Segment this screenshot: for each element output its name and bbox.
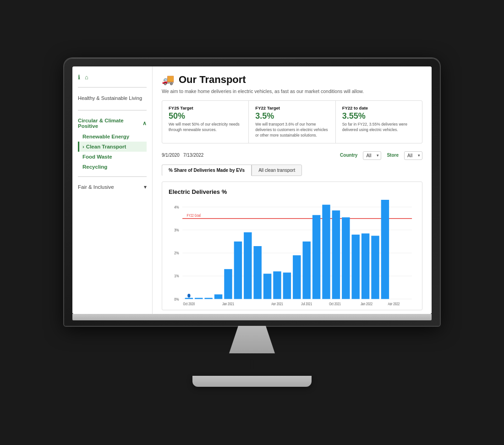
monitor-wrapper: ℹ ⌂ Healthy & Sustainable Living Circula… [64,58,440,387]
kpi-fy22-target-desc: We will transport 3.6% of our home deliv… [255,122,329,138]
kpi-fy22-target: FY22 Target 3.5% We will transport 3.6% … [249,101,335,143]
svg-text:0%: 0% [174,296,179,301]
sidebar-section-healthy[interactable]: Healthy & Sustainable Living [78,92,147,105]
sidebar-top-icons: ℹ ⌂ [78,74,147,81]
page-header: 🚚 Our Transport [162,74,422,86]
info-icon[interactable]: ℹ [78,74,80,81]
country-select[interactable]: All [363,151,381,160]
svg-rect-18 [244,232,252,299]
sidebar-item-food-waste[interactable]: Food Waste [78,152,147,162]
transport-icon: 🚚 [162,74,174,86]
svg-text:1%: 1% [174,273,179,278]
divider-3 [78,176,147,177]
tabs-row: % Share of Deliveries Made by EVs All cl… [162,165,422,176]
svg-rect-30 [362,233,369,299]
kpi-fy22-date-desc: So far in FY22, 3.55% deliveries were de… [342,122,416,133]
svg-text:3%: 3% [174,227,179,232]
svg-rect-16 [224,269,232,299]
sidebar-section-circular[interactable]: Circular & Climate Positive ∧ [78,115,147,132]
svg-rect-19 [253,246,261,299]
country-label: Country [340,153,357,158]
sidebar: ℹ ⌂ Healthy & Sustainable Living Circula… [72,66,153,314]
chart-title: Electric Deliveries % [169,188,416,195]
svg-text:Jul 2021: Jul 2021 [301,302,312,305]
svg-rect-32 [381,200,389,299]
country-select-wrapper: All [363,151,381,160]
kpi-fy22-date: FY22 to date 3.55% So far in FY22, 3.55%… [336,101,422,143]
stand-neck [229,326,275,353]
store-select[interactable]: All [404,151,422,160]
home-icon[interactable]: ⌂ [85,74,88,81]
divider-2 [78,110,147,110]
svg-text:4%: 4% [174,204,179,209]
svg-rect-31 [371,236,379,299]
monitor-chin [72,314,432,320]
divider-1 [78,87,147,88]
chart-svg: 0% 1% 2% 3% 4% [169,200,416,305]
kpi-fy25-label: FY25 Target [169,105,242,110]
svg-rect-14 [204,298,212,299]
svg-rect-17 [234,242,242,299]
chart-container: Electric Deliveries % 0% 1% 2% 3% 4% [162,181,422,310]
svg-rect-26 [322,204,330,299]
filters-row: 9/1/2020 7/13/2022 Country All Store [162,151,422,160]
svg-text:Jan 2021: Jan 2021 [222,302,234,305]
svg-rect-25 [312,215,320,299]
svg-text:Jan 2022: Jan 2022 [361,302,373,305]
store-select-wrapper: All [404,151,422,160]
filter-group: Country All Store All [340,151,422,160]
sidebar-fair-inclusive: Fair & Inclusive ▾ [78,181,147,192]
sidebar-item-fair[interactable]: Fair & Inclusive ▾ [78,181,147,192]
svg-rect-13 [195,298,203,299]
svg-text:Apr 2022: Apr 2022 [388,302,400,305]
sidebar-item-renewable[interactable]: Renewable Energy [78,132,147,142]
svg-text:Oct 2021: Oct 2021 [329,302,341,305]
page-title: Our Transport [179,74,246,86]
kpi-fy22-date-label: FY22 to date [342,105,416,110]
sidebar-item-recycling[interactable]: Recycling [78,162,147,172]
tab-clean-transport[interactable]: All clean transport [252,165,302,176]
store-label: Store [387,153,399,158]
svg-rect-15 [214,294,222,299]
svg-rect-23 [293,255,301,299]
svg-rect-29 [351,235,359,299]
kpi-fy25: FY25 Target 50% We will meet 50% of our … [162,101,249,143]
svg-rect-27 [332,210,340,299]
date-end[interactable]: 7/13/2022 [183,153,204,158]
main-content: 🚚 Our Transport We aim to make home deli… [153,66,432,314]
svg-text:Apr 2021: Apr 2021 [271,302,283,305]
chart-area: 0% 1% 2% 3% 4% [169,200,416,305]
stand-base [192,376,312,387]
svg-rect-28 [342,217,350,299]
kpi-fy22-target-label: FY22 Target [255,105,329,110]
svg-rect-21 [273,271,281,299]
tab-ev-share[interactable]: % Share of Deliveries Made by EVs [162,165,252,176]
apple-logo:  [249,356,255,373]
date-start[interactable]: 9/1/2020 [162,153,180,158]
screen: ℹ ⌂ Healthy & Sustainable Living Circula… [72,66,432,314]
svg-text:2%: 2% [174,250,179,255]
svg-rect-20 [263,274,271,299]
svg-rect-24 [302,242,310,299]
kpi-fy25-desc: We will meet 50% of our electricity need… [169,122,242,133]
svg-point-33 [187,294,190,297]
kpi-fy25-value: 50% [169,111,242,121]
page-subtitle: We aim to make home deliveries in electr… [162,88,422,94]
sidebar-item-clean-transport[interactable]: › Clean Transport [78,142,147,152]
svg-rect-12 [185,298,193,299]
kpi-fy22-date-value: 3.55% [342,111,416,121]
svg-rect-22 [283,272,291,299]
svg-text:FY22 Goal: FY22 Goal [187,213,201,217]
svg-text:Oct 2020: Oct 2020 [183,302,195,305]
kpi-row: FY25 Target 50% We will meet 50% of our … [162,100,422,143]
monitor-bezel: ℹ ⌂ Healthy & Sustainable Living Circula… [64,58,440,326]
kpi-fy22-target-value: 3.5% [255,111,329,121]
date-range: 9/1/2020 7/13/2022 [162,153,203,158]
